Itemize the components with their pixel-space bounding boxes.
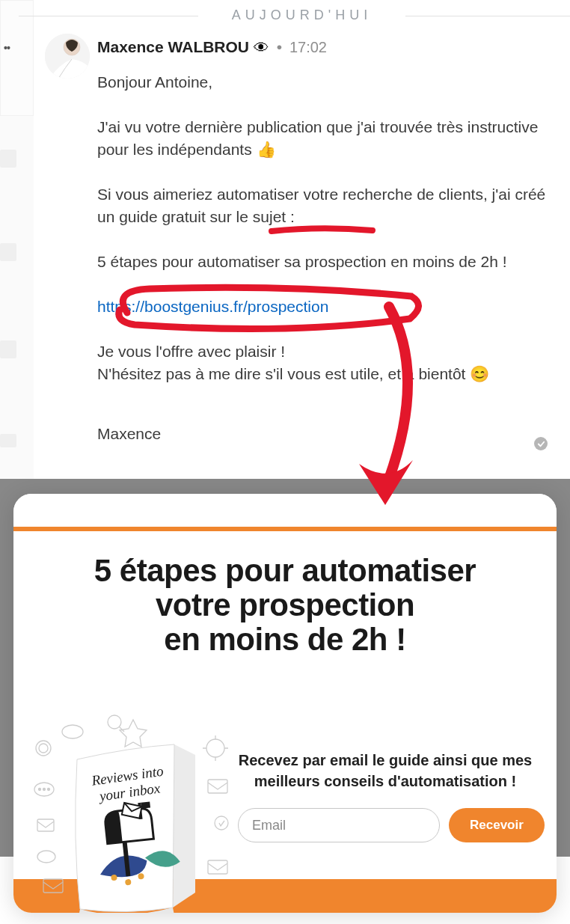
message-greeting: Bonjour Antoine, [97, 71, 559, 94]
svg-rect-14 [43, 879, 63, 893]
conversation-avatar-sliver [0, 340, 16, 358]
delivered-check-icon [534, 437, 548, 450]
svg-rect-11 [208, 780, 227, 793]
conversation-avatar-sliver [0, 434, 16, 447]
svg-point-4 [39, 744, 48, 753]
svg-point-10 [206, 739, 224, 757]
message-body: Bonjour Antoine, J'ai vu votre dernière … [97, 71, 559, 445]
svg-point-5 [39, 789, 41, 791]
svg-rect-8 [37, 819, 54, 831]
conversation-avatar-sliver [0, 243, 16, 261]
conversation-avatar-sliver [0, 150, 16, 168]
svg-point-6 [43, 789, 46, 791]
submit-button[interactable]: Recevoir [449, 808, 545, 842]
message-paragraph: J'ai vu votre dernière publication que j… [97, 118, 538, 158]
message-paragraph: Si vous aimeriez automatiser votre reche… [97, 183, 559, 228]
date-divider: AUJOURD'HUI [34, 7, 570, 23]
message-line: N'hésitez pas à me dire s'il vous est ut… [97, 365, 470, 382]
separator: • [277, 38, 282, 55]
svg-point-3 [36, 741, 51, 756]
signup-form: Recevoir [238, 808, 533, 842]
card-title: 5 étapes pour automatiser votre prospect… [37, 554, 533, 657]
book-illustration: Reviews into your inbox [21, 711, 238, 913]
email-input[interactable] [238, 808, 440, 842]
eye-icon: 👁 [254, 39, 269, 56]
message-time: 17:02 [289, 39, 327, 55]
card-subtext: Recevez par email le guide ainsi que mes… [238, 750, 533, 792]
ellipsis-icon: •• [4, 42, 33, 54]
smile-emoji: 😊 [470, 365, 489, 382]
chat-panel: AUJOURD'HUI Maxence WALBROU 👁 • 17:02 Bo… [34, 0, 570, 479]
sender-name[interactable]: Maxence WALBROU [97, 38, 249, 55]
signup-card: 5 étapes pour automatiser votre prospect… [13, 494, 557, 913]
message-line: Je vous l'offre avec plaisir ! [97, 340, 559, 363]
message-header: Maxence WALBROU 👁 • 17:02 [97, 38, 327, 57]
svg-point-12 [215, 816, 228, 830]
guide-link[interactable]: https://boostgenius.fr/prospection [97, 298, 328, 315]
thumbs-up-emoji: 👍 [257, 141, 276, 158]
message-paragraph: 5 étapes pour automatiser sa prospection… [97, 251, 559, 273]
sidebar-box: •• [0, 0, 34, 116]
message-signoff: Maxence [97, 423, 559, 445]
landing-section: 5 étapes pour automatiser votre prospect… [0, 479, 570, 924]
conversation-list-sliver: •• [0, 0, 34, 479]
avatar[interactable] [45, 34, 90, 79]
svg-rect-13 [208, 860, 227, 874]
svg-point-7 [48, 789, 50, 791]
date-divider-label: AUJOURD'HUI [232, 7, 372, 22]
